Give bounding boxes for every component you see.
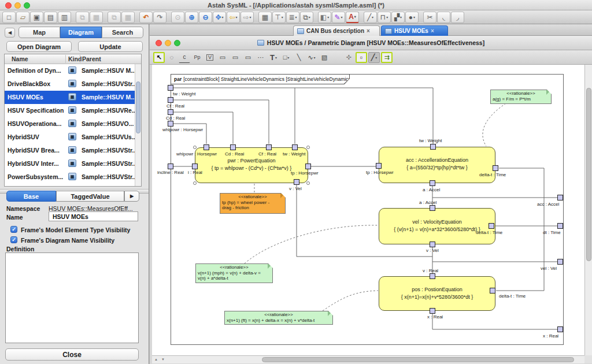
rationale-note-velocity[interactable]: <<rationale>> v(n+1) (mph) = v(n) + delt… [195, 263, 273, 283]
frame-port-acc[interactable] [557, 195, 563, 200]
pos-port-delta-t[interactable] [490, 288, 495, 294]
close-button[interactable]: Close [5, 348, 139, 361]
copy-model-button[interactable] [76, 12, 89, 23]
definition-textarea[interactable] [5, 252, 139, 343]
pwr-port-i[interactable] [192, 164, 198, 169]
pwr-port-v[interactable] [294, 179, 299, 185]
redo-button[interactable] [153, 12, 166, 23]
vel-port-delta-t[interactable] [489, 223, 494, 229]
list-item[interactable]: DriveBlackBox ▦ Sample::HSUVStr... [5, 77, 141, 91]
frame-port-dt[interactable] [557, 223, 563, 229]
block-tool-button[interactable] [217, 52, 228, 63]
align-horizontal-button[interactable]: ▾ [286, 12, 299, 23]
close-tab-icon[interactable]: × [367, 28, 370, 34]
align-vertical-button[interactable]: ▾ [272, 12, 286, 23]
constraint-property-pos[interactable] [379, 276, 495, 311]
open-diagram-button[interactable]: Open Diagram [6, 41, 72, 52]
frame-port-vel[interactable] [557, 259, 563, 265]
frame-port-incline[interactable] [168, 164, 173, 169]
rounded-rect-tool-button[interactable] [242, 52, 254, 63]
lasso-tool-button[interactable] [166, 52, 177, 63]
scroll-down-icon[interactable]: ▼ [161, 358, 165, 361]
column-header-name[interactable]: Name [12, 55, 28, 62]
update-button[interactable]: Update [78, 41, 143, 52]
open-file-button[interactable] [16, 12, 29, 23]
frame-port-cf[interactable] [168, 97, 173, 103]
vel-port-a[interactable] [430, 205, 435, 211]
forward-button[interactable]: ▾ [240, 12, 254, 23]
depth-order-button[interactable]: ▾ [300, 12, 313, 23]
rationale-note-acceleration[interactable]: <<rationale>> a(g) = F/m = P*t/m [490, 90, 552, 104]
package-tool-button[interactable] [191, 52, 203, 63]
list-item[interactable]: HSUVOperationa... ▦ Sample::HSUVO... [5, 117, 141, 131]
rationale-note-position[interactable]: <<rationale>> x(n+1) (ft) = x(n) + delta… [224, 311, 333, 325]
list-item[interactable]: Definition of Dyn... ▦ Sample::HSUV M... [5, 64, 141, 77]
list-item[interactable]: HybridSUV Brea... ▦ Sample::HSUVStr... [5, 144, 141, 157]
constraint-property-tool-button[interactable] [356, 52, 367, 63]
constraint-block-tool-button[interactable] [230, 52, 241, 63]
binding-connector-tool-button[interactable]: ▾ [368, 52, 380, 63]
tab-overflow-button[interactable]: ▶ [124, 191, 139, 202]
tab-map[interactable]: Map [18, 27, 60, 38]
acc-port-delta-t[interactable] [493, 165, 498, 171]
curve-tool-button[interactable]: ▾ [306, 52, 317, 63]
select-tool-button[interactable] [153, 52, 165, 63]
rect-tool-button[interactable]: ▾ [280, 52, 292, 63]
scrollbar-thumb[interactable] [262, 357, 574, 362]
dashed-line-tool-button[interactable] [255, 52, 267, 63]
list-item[interactable]: HybridSUV ▦ Sample::HSUVUs... [5, 131, 141, 144]
vertical-scrollbar[interactable] [584, 65, 592, 355]
pwr-port-tp[interactable] [305, 164, 311, 169]
pos-port-v[interactable] [430, 273, 435, 279]
acc-port-a[interactable] [430, 180, 435, 186]
list-item[interactable]: HSUV Specification ▦ Sample::HSUVRe... [5, 104, 141, 117]
print-button[interactable] [44, 12, 57, 23]
vel-port-v[interactable] [430, 242, 435, 247]
acc-port-tp[interactable] [376, 163, 382, 169]
zoom-tool-button[interactable] [171, 12, 184, 23]
print-preview-button[interactable] [58, 12, 71, 23]
scrollbar-thumb[interactable] [586, 88, 591, 261]
frame-port-x[interactable] [557, 326, 563, 332]
pwr-port-cd[interactable] [230, 144, 236, 150]
scrollbar-thumb[interactable] [136, 81, 140, 133]
font-color-button[interactable]: ▾ [346, 12, 359, 23]
list-item-selected[interactable]: HSUV MOEs ▦ Sample::HSUV M... [5, 91, 141, 104]
tab-can-bus-description[interactable]: CAN Bus description × [293, 25, 380, 36]
acc-port-tw[interactable] [430, 144, 436, 150]
frame-port-cd[interactable] [168, 109, 173, 115]
undo-button[interactable] [139, 12, 153, 23]
text-tool-button[interactable]: ▾ [268, 52, 279, 63]
selection-handle[interactable] [306, 181, 310, 185]
zoom-out-button[interactable] [199, 12, 212, 23]
diagram-canvas[interactable]: par[constraintBlock] StraightLineVehicle… [152, 65, 584, 355]
scissors-button[interactable] [423, 12, 436, 23]
list-item[interactable]: PowerSubsystem... ▦ Sample::HSUVStr... [5, 170, 141, 184]
new-file-button[interactable] [2, 12, 16, 23]
zoom-fit-button[interactable]: ▾ [213, 12, 226, 23]
column-header-parent[interactable]: Parent [82, 55, 101, 62]
pwr-port-cf[interactable] [266, 144, 272, 150]
selection-handle[interactable] [306, 146, 310, 149]
line-tool-button[interactable] [293, 52, 305, 63]
pwr-port-tw[interactable] [292, 144, 298, 150]
frame-port-whlpowr[interactable] [168, 121, 173, 127]
pwr-port-whlpowr[interactable] [204, 144, 209, 150]
close-tab-icon[interactable]: × [431, 28, 434, 34]
paste-button[interactable] [121, 12, 135, 23]
image-tool-button[interactable] [319, 52, 330, 63]
diagram-name-visibility-checkbox[interactable]: ✓ [10, 236, 17, 243]
constraint-parameter-tool-button[interactable] [381, 52, 393, 63]
tab-hsuv-moes[interactable]: HSUV MOEs × [381, 25, 448, 36]
line-color-button[interactable]: ▾ [332, 12, 345, 23]
paste-model-button[interactable] [90, 12, 103, 23]
fill-color-button[interactable]: ▾ [318, 12, 331, 23]
model-element-type-checkbox[interactable]: ✓ [10, 226, 17, 233]
tab-base[interactable]: Base [6, 191, 56, 202]
save-button[interactable] [30, 12, 43, 23]
copy-button[interactable] [108, 12, 121, 23]
list-item[interactable]: HybridSUV Inter... ▦ Sample::HSUVStr... [5, 157, 141, 170]
rationale-note-power[interactable]: <<rationale>> tp (hp) = wheel power - dr… [220, 193, 286, 214]
tab-search[interactable]: Search [102, 27, 143, 38]
name-input[interactable]: HSUV MOEs [49, 211, 138, 221]
